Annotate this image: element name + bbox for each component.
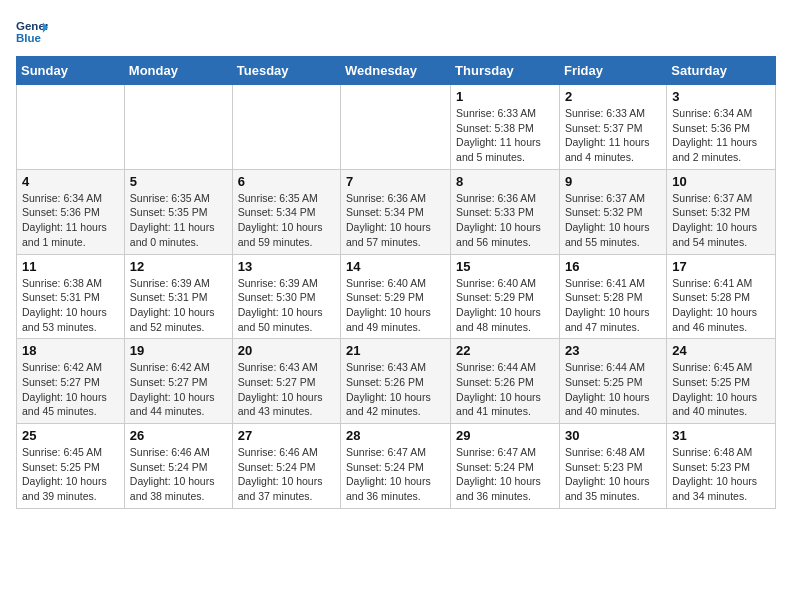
- calendar-cell: 5Sunrise: 6:35 AM Sunset: 5:35 PM Daylig…: [124, 169, 232, 254]
- day-info: Sunrise: 6:48 AM Sunset: 5:23 PM Dayligh…: [672, 445, 770, 504]
- calendar-cell: 14Sunrise: 6:40 AM Sunset: 5:29 PM Dayli…: [341, 254, 451, 339]
- calendar-cell: 10Sunrise: 6:37 AM Sunset: 5:32 PM Dayli…: [667, 169, 776, 254]
- calendar-cell: 18Sunrise: 6:42 AM Sunset: 5:27 PM Dayli…: [17, 339, 125, 424]
- calendar-cell: 3Sunrise: 6:34 AM Sunset: 5:36 PM Daylig…: [667, 85, 776, 170]
- day-info: Sunrise: 6:48 AM Sunset: 5:23 PM Dayligh…: [565, 445, 661, 504]
- calendar-header-row: SundayMondayTuesdayWednesdayThursdayFrid…: [17, 57, 776, 85]
- calendar-cell: 11Sunrise: 6:38 AM Sunset: 5:31 PM Dayli…: [17, 254, 125, 339]
- calendar-cell: 29Sunrise: 6:47 AM Sunset: 5:24 PM Dayli…: [451, 424, 560, 509]
- calendar-cell: 4Sunrise: 6:34 AM Sunset: 5:36 PM Daylig…: [17, 169, 125, 254]
- day-number: 9: [565, 174, 661, 189]
- day-number: 6: [238, 174, 335, 189]
- day-info: Sunrise: 6:33 AM Sunset: 5:37 PM Dayligh…: [565, 106, 661, 165]
- day-number: 21: [346, 343, 445, 358]
- day-number: 13: [238, 259, 335, 274]
- day-number: 18: [22, 343, 119, 358]
- logo-icon: General Blue: [16, 16, 48, 48]
- day-number: 5: [130, 174, 227, 189]
- day-number: 19: [130, 343, 227, 358]
- day-number: 31: [672, 428, 770, 443]
- day-info: Sunrise: 6:34 AM Sunset: 5:36 PM Dayligh…: [672, 106, 770, 165]
- calendar-cell: 23Sunrise: 6:44 AM Sunset: 5:25 PM Dayli…: [559, 339, 666, 424]
- day-info: Sunrise: 6:39 AM Sunset: 5:31 PM Dayligh…: [130, 276, 227, 335]
- day-info: Sunrise: 6:37 AM Sunset: 5:32 PM Dayligh…: [672, 191, 770, 250]
- calendar-cell: 8Sunrise: 6:36 AM Sunset: 5:33 PM Daylig…: [451, 169, 560, 254]
- calendar-cell: 16Sunrise: 6:41 AM Sunset: 5:28 PM Dayli…: [559, 254, 666, 339]
- day-number: 23: [565, 343, 661, 358]
- day-info: Sunrise: 6:44 AM Sunset: 5:26 PM Dayligh…: [456, 360, 554, 419]
- day-number: 29: [456, 428, 554, 443]
- calendar-cell: 2Sunrise: 6:33 AM Sunset: 5:37 PM Daylig…: [559, 85, 666, 170]
- day-info: Sunrise: 6:35 AM Sunset: 5:35 PM Dayligh…: [130, 191, 227, 250]
- calendar-header-thursday: Thursday: [451, 57, 560, 85]
- day-number: 16: [565, 259, 661, 274]
- day-number: 1: [456, 89, 554, 104]
- calendar-cell: 15Sunrise: 6:40 AM Sunset: 5:29 PM Dayli…: [451, 254, 560, 339]
- calendar-cell: [232, 85, 340, 170]
- day-number: 20: [238, 343, 335, 358]
- calendar-header-saturday: Saturday: [667, 57, 776, 85]
- calendar-week-4: 18Sunrise: 6:42 AM Sunset: 5:27 PM Dayli…: [17, 339, 776, 424]
- day-info: Sunrise: 6:33 AM Sunset: 5:38 PM Dayligh…: [456, 106, 554, 165]
- day-info: Sunrise: 6:42 AM Sunset: 5:27 PM Dayligh…: [22, 360, 119, 419]
- day-info: Sunrise: 6:47 AM Sunset: 5:24 PM Dayligh…: [346, 445, 445, 504]
- day-info: Sunrise: 6:43 AM Sunset: 5:27 PM Dayligh…: [238, 360, 335, 419]
- day-number: 3: [672, 89, 770, 104]
- day-info: Sunrise: 6:41 AM Sunset: 5:28 PM Dayligh…: [565, 276, 661, 335]
- calendar-cell: [17, 85, 125, 170]
- day-number: 11: [22, 259, 119, 274]
- day-info: Sunrise: 6:42 AM Sunset: 5:27 PM Dayligh…: [130, 360, 227, 419]
- logo: General Blue: [16, 16, 52, 48]
- calendar-cell: 26Sunrise: 6:46 AM Sunset: 5:24 PM Dayli…: [124, 424, 232, 509]
- day-number: 12: [130, 259, 227, 274]
- calendar-cell: 6Sunrise: 6:35 AM Sunset: 5:34 PM Daylig…: [232, 169, 340, 254]
- calendar-cell: 30Sunrise: 6:48 AM Sunset: 5:23 PM Dayli…: [559, 424, 666, 509]
- header: General Blue: [16, 16, 776, 48]
- calendar-cell: 27Sunrise: 6:46 AM Sunset: 5:24 PM Dayli…: [232, 424, 340, 509]
- day-info: Sunrise: 6:36 AM Sunset: 5:34 PM Dayligh…: [346, 191, 445, 250]
- calendar-week-3: 11Sunrise: 6:38 AM Sunset: 5:31 PM Dayli…: [17, 254, 776, 339]
- day-info: Sunrise: 6:45 AM Sunset: 5:25 PM Dayligh…: [672, 360, 770, 419]
- calendar-header-friday: Friday: [559, 57, 666, 85]
- day-number: 8: [456, 174, 554, 189]
- day-number: 27: [238, 428, 335, 443]
- day-number: 14: [346, 259, 445, 274]
- calendar-cell: 19Sunrise: 6:42 AM Sunset: 5:27 PM Dayli…: [124, 339, 232, 424]
- day-number: 25: [22, 428, 119, 443]
- day-info: Sunrise: 6:40 AM Sunset: 5:29 PM Dayligh…: [346, 276, 445, 335]
- calendar-cell: 12Sunrise: 6:39 AM Sunset: 5:31 PM Dayli…: [124, 254, 232, 339]
- day-number: 26: [130, 428, 227, 443]
- calendar-cell: [124, 85, 232, 170]
- day-info: Sunrise: 6:41 AM Sunset: 5:28 PM Dayligh…: [672, 276, 770, 335]
- day-number: 24: [672, 343, 770, 358]
- calendar-header-wednesday: Wednesday: [341, 57, 451, 85]
- day-info: Sunrise: 6:36 AM Sunset: 5:33 PM Dayligh…: [456, 191, 554, 250]
- calendar-header-sunday: Sunday: [17, 57, 125, 85]
- day-info: Sunrise: 6:47 AM Sunset: 5:24 PM Dayligh…: [456, 445, 554, 504]
- day-info: Sunrise: 6:39 AM Sunset: 5:30 PM Dayligh…: [238, 276, 335, 335]
- day-info: Sunrise: 6:44 AM Sunset: 5:25 PM Dayligh…: [565, 360, 661, 419]
- calendar-header-tuesday: Tuesday: [232, 57, 340, 85]
- day-info: Sunrise: 6:46 AM Sunset: 5:24 PM Dayligh…: [238, 445, 335, 504]
- calendar-body: 1Sunrise: 6:33 AM Sunset: 5:38 PM Daylig…: [17, 85, 776, 509]
- calendar-cell: 17Sunrise: 6:41 AM Sunset: 5:28 PM Dayli…: [667, 254, 776, 339]
- calendar-week-1: 1Sunrise: 6:33 AM Sunset: 5:38 PM Daylig…: [17, 85, 776, 170]
- day-number: 30: [565, 428, 661, 443]
- day-number: 15: [456, 259, 554, 274]
- day-number: 7: [346, 174, 445, 189]
- calendar-header-monday: Monday: [124, 57, 232, 85]
- calendar-cell: [341, 85, 451, 170]
- calendar-cell: 21Sunrise: 6:43 AM Sunset: 5:26 PM Dayli…: [341, 339, 451, 424]
- day-number: 22: [456, 343, 554, 358]
- day-info: Sunrise: 6:45 AM Sunset: 5:25 PM Dayligh…: [22, 445, 119, 504]
- day-info: Sunrise: 6:37 AM Sunset: 5:32 PM Dayligh…: [565, 191, 661, 250]
- day-info: Sunrise: 6:46 AM Sunset: 5:24 PM Dayligh…: [130, 445, 227, 504]
- day-info: Sunrise: 6:43 AM Sunset: 5:26 PM Dayligh…: [346, 360, 445, 419]
- calendar-cell: 7Sunrise: 6:36 AM Sunset: 5:34 PM Daylig…: [341, 169, 451, 254]
- calendar-cell: 9Sunrise: 6:37 AM Sunset: 5:32 PM Daylig…: [559, 169, 666, 254]
- calendar-week-2: 4Sunrise: 6:34 AM Sunset: 5:36 PM Daylig…: [17, 169, 776, 254]
- calendar-cell: 24Sunrise: 6:45 AM Sunset: 5:25 PM Dayli…: [667, 339, 776, 424]
- day-number: 2: [565, 89, 661, 104]
- calendar-table: SundayMondayTuesdayWednesdayThursdayFrid…: [16, 56, 776, 509]
- calendar-cell: 13Sunrise: 6:39 AM Sunset: 5:30 PM Dayli…: [232, 254, 340, 339]
